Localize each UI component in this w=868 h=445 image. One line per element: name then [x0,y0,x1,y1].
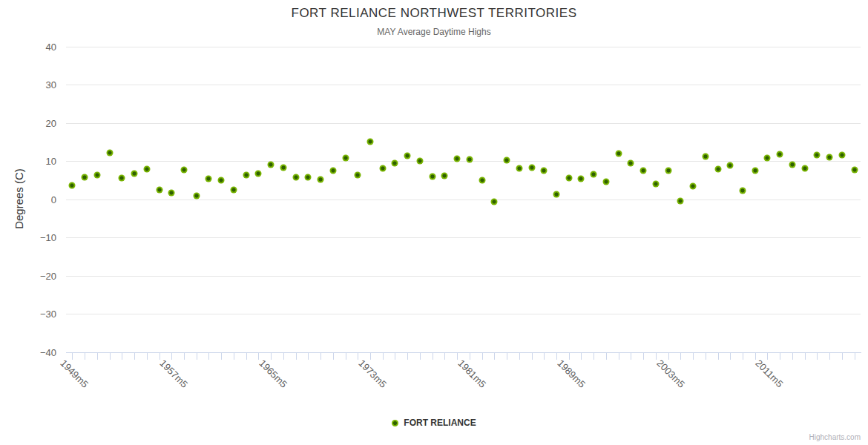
x-tick [482,352,483,360]
data-point[interactable] [516,165,522,171]
data-point[interactable] [429,173,435,179]
y-tick-label-40: 40 [12,41,56,52]
x-tick [122,352,122,360]
data-point[interactable] [143,166,150,173]
data-point[interactable] [280,164,286,171]
data-point[interactable] [628,160,634,167]
data-point[interactable] [355,172,361,179]
data-point[interactable] [441,173,448,179]
data-point[interactable] [243,172,249,179]
data-point[interactable] [454,155,461,162]
x-tick [507,352,507,360]
x-tick-label-2011m5: 2011m5 [754,357,786,389]
data-point[interactable] [528,165,535,171]
data-point[interactable] [329,168,336,174]
data-point[interactable] [230,186,237,193]
data-point[interactable] [416,158,423,165]
data-point[interactable] [466,156,473,163]
data-point[interactable] [838,152,845,159]
data-point[interactable] [392,160,398,167]
data-point[interactable] [491,199,498,205]
data-point[interactable] [789,162,795,168]
data-point[interactable] [714,166,721,173]
data-point[interactable] [93,171,100,178]
chart-container: FORT RELIANCE NORTHWEST TERRITORIES MAY … [0,0,868,445]
data-point[interactable] [851,167,858,174]
x-tick [494,352,495,360]
data-point[interactable] [826,154,833,161]
data-point[interactable] [504,156,510,163]
x-tick [532,352,533,360]
data-point[interactable] [193,192,200,199]
x-tick [271,352,272,360]
data-point[interactable] [156,187,162,194]
data-point[interactable] [292,174,299,181]
data-point[interactable] [740,187,746,194]
data-point[interactable] [752,168,758,174]
data-point[interactable] [318,176,324,182]
x-tick [631,352,631,360]
data-point[interactable] [342,154,349,161]
gridline-y--20 [66,276,861,277]
x-tick [829,352,830,360]
x-tick [643,352,644,360]
data-point[interactable] [565,174,572,181]
data-point[interactable] [404,153,411,159]
data-point[interactable] [218,177,225,184]
data-point[interactable] [702,153,708,159]
data-point[interactable] [206,175,212,182]
data-point[interactable] [553,191,560,197]
x-tick [693,352,694,360]
data-point[interactable] [168,189,175,196]
data-point[interactable] [652,180,659,187]
data-point[interactable] [541,168,548,174]
data-point[interactable] [727,162,734,168]
x-tick [855,352,855,360]
data-point[interactable] [268,162,274,168]
x-tick [333,352,334,360]
data-point[interactable] [131,170,138,177]
data-point[interactable] [180,167,187,174]
x-tick [433,352,433,360]
data-point[interactable] [677,198,684,205]
data-point[interactable] [764,155,771,162]
data-point[interactable] [366,139,373,145]
x-tick [160,352,160,360]
x-tick [110,352,111,360]
x-tick [457,352,458,360]
legend: FORT RELIANCE [0,418,868,428]
data-point[interactable] [777,151,783,158]
data-point[interactable] [82,174,88,180]
data-point[interactable] [602,179,609,185]
data-point[interactable] [665,167,671,174]
x-tick [85,352,85,360]
data-point[interactable] [305,174,312,180]
data-point[interactable] [591,171,597,178]
data-point[interactable] [690,182,697,189]
y-tick-label-0: 0 [12,194,56,205]
data-point[interactable] [119,174,125,181]
y-tick-label-20: 20 [12,117,56,128]
data-point[interactable] [615,150,622,156]
x-tick [556,352,557,360]
x-tick [656,352,657,360]
x-tick [767,352,768,360]
highcharts-credits-link[interactable]: Highcharts.com [809,433,861,441]
data-point[interactable] [801,165,808,172]
x-tick-label-1949m5: 1949m5 [59,357,91,390]
gridline-y-10 [66,161,861,162]
data-point[interactable] [379,165,386,171]
data-point[interactable] [479,177,485,183]
data-point[interactable] [106,149,113,156]
data-point[interactable] [814,152,821,159]
x-tick [668,352,669,360]
legend-item-fort-reliance[interactable]: FORT RELIANCE [392,418,476,428]
y-tick-label-30: 30 [12,79,56,90]
data-point[interactable] [640,168,647,174]
data-point[interactable] [69,182,76,189]
x-tick [346,352,346,360]
data-point[interactable] [578,176,585,182]
x-tick [147,352,148,360]
data-point[interactable] [255,170,262,177]
x-tick [718,352,719,360]
